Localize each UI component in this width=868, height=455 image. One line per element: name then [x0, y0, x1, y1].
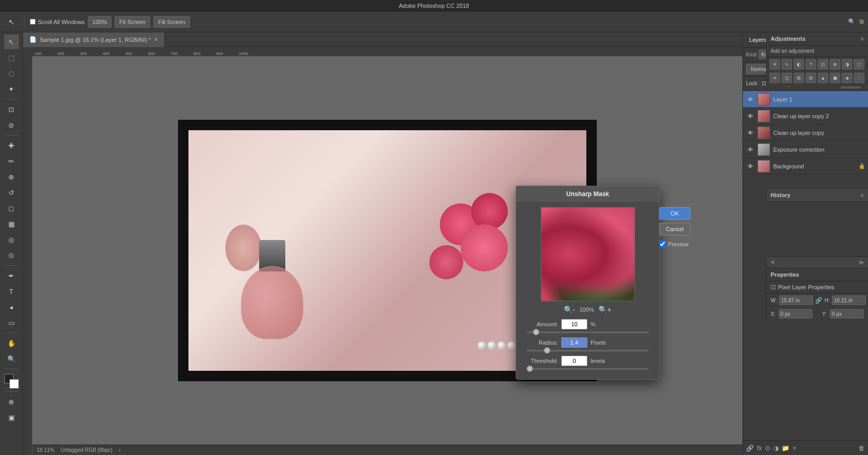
- adj-bw-icon[interactable]: ◑: [842, 59, 852, 70]
- adj-curves-icon[interactable]: ∿: [782, 59, 792, 70]
- gradient-btn[interactable]: ▦: [4, 217, 19, 231]
- dodge-btn[interactable]: ⊙: [4, 248, 19, 263]
- brush-btn[interactable]: ✏: [4, 154, 19, 168]
- threshold-slider[interactable]: [527, 368, 649, 370]
- x-input[interactable]: [778, 309, 813, 318]
- y-label: Y:: [822, 311, 828, 317]
- zoom-out-icon[interactable]: 🔍-: [564, 305, 575, 314]
- adj-channelmixer-icon[interactable]: ≡: [770, 73, 780, 83]
- adj-menu-icon[interactable]: ≡: [861, 36, 864, 42]
- color-swatches[interactable]: [4, 374, 19, 389]
- layer-item-0[interactable]: 👁 Layer 1: [743, 91, 868, 108]
- cancel-button[interactable]: Cancel: [659, 223, 691, 235]
- pen-tool-btn[interactable]: ✒: [4, 268, 19, 283]
- adj-more-icon[interactable]: ⋮: [854, 73, 864, 83]
- layer-item-2[interactable]: 👁 Clean up layer copy: [743, 124, 868, 141]
- threshold-input[interactable]: [561, 356, 587, 366]
- hand-tool-btn[interactable]: ✋: [4, 336, 19, 350]
- eraser-btn[interactable]: ◻: [4, 201, 19, 215]
- scroll-all-windows-checkbox[interactable]: Scroll All Windows: [30, 19, 85, 25]
- y-input[interactable]: [830, 309, 864, 318]
- history-brush-btn[interactable]: ↺: [4, 185, 19, 200]
- canvas-tab-sample[interactable]: 📄 Sample 1.jpg @ 18.1% (Layer 1, RGB/8#)…: [23, 32, 165, 47]
- adj-posterize-icon[interactable]: ⊟: [806, 73, 816, 83]
- fit-screen-btn[interactable]: Fit Screen: [115, 16, 150, 28]
- w-input[interactable]: [779, 295, 813, 305]
- text-tool-btn[interactable]: T: [4, 284, 19, 299]
- healing-brush-btn[interactable]: ✚: [4, 138, 19, 153]
- properties-close-icon[interactable]: ✕: [771, 259, 775, 265]
- amount-slider-thumb[interactable]: [533, 329, 539, 335]
- eyedropper-btn[interactable]: ⊘: [4, 118, 19, 132]
- adj-exposure-icon[interactable]: ◐: [794, 59, 804, 70]
- ok-button[interactable]: OK: [659, 207, 691, 220]
- adj-vibrance-icon[interactable]: T: [806, 59, 816, 70]
- adj-colorbalance-icon[interactable]: ⊕: [830, 59, 840, 70]
- layer-item-1[interactable]: 👁 Clean up layer copy 2: [743, 108, 868, 124]
- zoom-tool-btn[interactable]: 🔍: [4, 351, 19, 366]
- threshold-slider-row: [521, 368, 654, 370]
- screen-mode-btn[interactable]: ▣: [4, 410, 19, 425]
- magic-wand-btn[interactable]: ✦: [4, 82, 19, 96]
- pearl: [477, 342, 486, 350]
- layer-visibility-3[interactable]: 👁: [746, 145, 754, 154]
- layer-visibility-1[interactable]: 👁: [746, 112, 754, 120]
- add-group-icon[interactable]: 📁: [782, 445, 789, 452]
- adj-gradientmap-icon[interactable]: ▣: [830, 73, 840, 83]
- move-tool-btn[interactable]: ↖: [4, 35, 19, 49]
- left-tools-panel: ↖ ⬚ ◌ ✦ ⊡ ⊘ ✚ ✏ ⊕ ↺ ◻ ▦ ◎ ⊙ ✒ T ◂ ▭ ✋ 🔍 …: [0, 32, 23, 455]
- preview-checkbox[interactable]: [659, 241, 666, 247]
- link-layers-icon[interactable]: 🔗: [746, 445, 754, 452]
- fill-screen-btn[interactable]: Fill Screen: [153, 16, 190, 28]
- link-wh-icon[interactable]: 🔗: [815, 297, 822, 304]
- background-color[interactable]: [9, 379, 19, 389]
- dialog-preview-image[interactable]: [541, 207, 635, 301]
- layers-bottom-toolbar: 🔗 fx ⊙ ◑ 📁 + 🗑: [743, 440, 868, 455]
- crop-tool-btn[interactable]: ⊡: [4, 102, 19, 117]
- radius-slider-thumb[interactable]: [544, 347, 550, 354]
- properties-expand-icon[interactable]: ≫: [859, 259, 864, 265]
- zoom-input[interactable]: [88, 16, 112, 28]
- marquee-tool-btn[interactable]: ⬚: [4, 50, 19, 65]
- threshold-unit: levels: [591, 358, 605, 364]
- canvas-tab-close[interactable]: ✕: [154, 37, 158, 42]
- amount-input[interactable]: [561, 319, 587, 329]
- scroll-all-windows-input[interactable]: [30, 19, 36, 25]
- adj-colorlookup-icon[interactable]: ◫: [782, 73, 792, 83]
- add-mask-icon[interactable]: ⊙: [765, 445, 770, 452]
- properties-wh-row: W: 🔗 H:: [766, 293, 868, 307]
- zoom-percent: 100%: [580, 306, 594, 313]
- delete-layer-icon[interactable]: 🗑: [859, 445, 865, 452]
- threshold-slider-thumb[interactable]: [527, 366, 533, 372]
- h-input[interactable]: [832, 295, 866, 305]
- stamp-btn[interactable]: ⊕: [4, 169, 19, 184]
- amount-slider[interactable]: [527, 332, 649, 333]
- move-tool[interactable]: ↖: [4, 15, 19, 29]
- layer-visibility-2[interactable]: 👁: [746, 129, 754, 137]
- search-icon[interactable]: 🔍: [848, 18, 855, 25]
- ruler-marks-horizontal: 100 200 300 400 500 600 700 800 900 1000: [32, 47, 742, 56]
- history-menu-icon[interactable]: ≡: [861, 192, 864, 198]
- add-style-icon[interactable]: fx: [757, 445, 762, 452]
- adj-brightness-icon[interactable]: ☀: [770, 59, 780, 70]
- add-adjustment-icon[interactable]: ◑: [773, 445, 778, 452]
- layer-visibility-0[interactable]: 👁: [746, 95, 754, 104]
- adj-photofilter-icon[interactable]: ⬡: [854, 59, 864, 70]
- adj-selectivecolor-icon[interactable]: ◈: [842, 73, 852, 83]
- add-layer-icon[interactable]: +: [793, 445, 796, 452]
- layer-visibility-4[interactable]: 👁: [746, 162, 754, 170]
- path-select-btn[interactable]: ◂: [4, 300, 19, 314]
- layer-item-4[interactable]: 👁 Background 🔒: [743, 158, 868, 175]
- radius-input[interactable]: [561, 337, 587, 348]
- shape-tool-btn[interactable]: ▭: [4, 315, 19, 330]
- layer-item-3[interactable]: 👁 Exposure correction: [743, 141, 868, 158]
- adj-hsl-icon[interactable]: ⊡: [818, 59, 828, 70]
- zoom-in-icon[interactable]: 🔍+: [598, 305, 611, 314]
- radius-slider[interactable]: [527, 350, 649, 351]
- blur-btn[interactable]: ◎: [4, 232, 19, 247]
- arrange-icon[interactable]: ⧉: [860, 18, 864, 25]
- adj-threshold-icon[interactable]: ▲: [818, 73, 828, 83]
- lasso-tool-btn[interactable]: ◌: [4, 66, 19, 81]
- adj-invert-icon[interactable]: ⊞: [794, 73, 804, 83]
- quick-mask-btn[interactable]: ⊗: [4, 394, 19, 409]
